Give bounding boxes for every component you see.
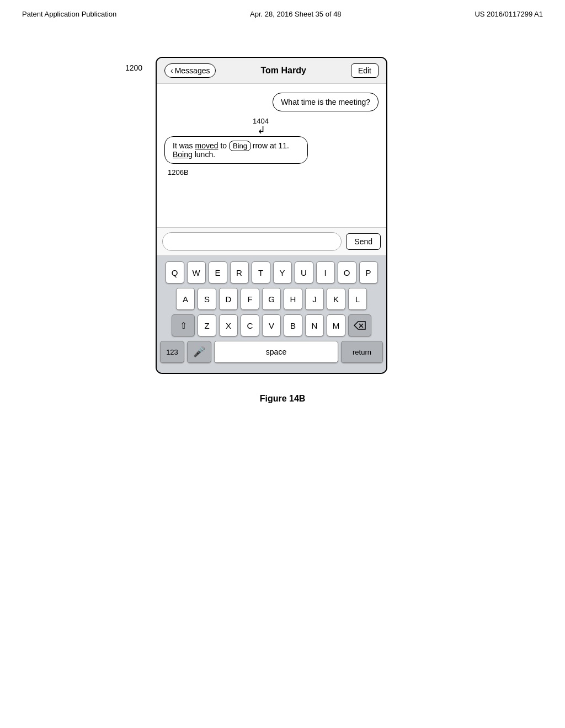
arrow-down-icon: ↲ [257,125,265,135]
key-return[interactable]: return [341,341,383,363]
edit-button[interactable]: Edit [351,63,379,78]
label-1206b: 1206B [168,168,189,176]
keyboard-row-bottom: 123 🎤 space return [160,341,383,363]
nav-title: Tom Hardy [260,66,306,76]
key-C[interactable]: C [241,314,259,336]
messages-area: What time is the meeting? 1404 ↲ It was … [157,84,386,227]
key-V[interactable]: V [262,314,281,336]
back-label: Messages [175,66,210,75]
outgoing-bubble: What time is the meeting? [273,93,379,111]
incoming-text: It was moved to Bing rrow at 11. Boing l… [173,141,289,159]
send-button[interactable]: Send [346,233,381,250]
key-H[interactable]: H [284,288,302,310]
outgoing-message: What time is the meeting? [164,93,379,111]
key-T[interactable]: T [252,261,270,283]
space-label: space [266,347,286,356]
key-S[interactable]: S [198,288,216,310]
key-mic[interactable]: 🎤 [187,341,211,363]
incoming-bubble: It was moved to Bing rrow at 11. Boing l… [164,136,308,164]
key-123-label: 123 [166,348,178,356]
back-button[interactable]: ‹ Messages [164,63,216,78]
send-label: Send [354,237,372,246]
phone-frame: ‹ Messages Tom Hardy Edit What time is t… [156,57,387,374]
key-B[interactable]: B [284,314,302,336]
key-A[interactable]: A [176,288,195,310]
key-R[interactable]: R [230,261,249,283]
key-P[interactable]: P [359,261,378,283]
key-F[interactable]: F [241,288,259,310]
key-space[interactable]: space [214,341,338,363]
key-M[interactable]: M [327,314,345,336]
key-G[interactable]: G [262,288,281,310]
key-E[interactable]: E [209,261,227,283]
nav-bar: ‹ Messages Tom Hardy Edit [157,58,386,84]
patent-center: Apr. 28, 2016 Sheet 35 of 48 [250,10,342,18]
patent-left: Patent Application Publication [22,10,116,18]
label-1404: 1404 [253,117,269,125]
key-K[interactable]: K [327,288,345,310]
mic-icon: 🎤 [193,346,205,358]
return-label: return [353,348,371,356]
keyboard: Q W E R T Y U I O P A S D F G [157,256,386,373]
key-I[interactable]: I [316,261,335,283]
figure-caption: Figure 14B [260,394,306,404]
input-area: Send [157,227,386,256]
outgoing-text: What time is the meeting? [281,98,370,106]
key-D[interactable]: D [219,288,238,310]
chevron-left-icon: ‹ [170,66,173,75]
key-W[interactable]: W [187,261,206,283]
key-U[interactable]: U [295,261,313,283]
key-Y[interactable]: Y [273,261,292,283]
keyboard-row-2: A S D F G H J K L [160,288,383,310]
key-N[interactable]: N [305,314,324,336]
message-input[interactable] [162,232,342,251]
keyboard-row-1: Q W E R T Y U I O P [160,261,383,283]
edit-label: Edit [358,66,371,75]
key-L[interactable]: L [348,288,367,310]
key-123[interactable]: 123 [160,341,184,363]
key-O[interactable]: O [338,261,356,283]
key-J[interactable]: J [305,288,324,310]
key-Z[interactable]: Z [198,314,216,336]
key-shift[interactable]: ⇧ [172,314,195,336]
key-Q[interactable]: Q [166,261,184,283]
key-backspace[interactable] [348,314,371,336]
keyboard-row-3: ⇧ Z X C V B N M [160,314,383,336]
incoming-message: It was moved to Bing rrow at 11. Boing l… [164,136,379,164]
label-1200: 1200 [125,63,142,72]
key-X[interactable]: X [219,314,238,336]
patent-right: US 2016/0117299 A1 [475,10,543,18]
